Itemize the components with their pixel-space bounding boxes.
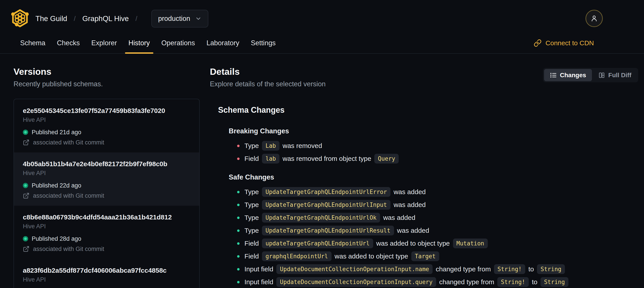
change-code-chip: UpdateTargetGraphQLEndpointUrlError (262, 187, 390, 197)
git-commit-link[interactable]: associated with Git commit (23, 139, 190, 146)
git-commit-link[interactable]: associated with Git commit (23, 246, 190, 252)
list-icon (550, 72, 557, 79)
breadcrumb-org[interactable]: The Guild (36, 15, 67, 23)
version-target: Hive API (23, 170, 190, 176)
change-text: was added to object type (376, 240, 450, 247)
change-code-chip: UpdateTargetGraphQLEndpointUrlOk (262, 213, 380, 222)
version-item[interactable]: 4b05ab51b1b4a7e2e4b0ef82172f2b9f7ef98c0b… (14, 152, 199, 206)
change-code-chip: String! (497, 277, 529, 287)
bullet-icon (237, 158, 240, 160)
published-label: Published 22d ago (32, 182, 81, 189)
version-hash: c8b6e88a06793b9c4dfd54aaa21b36a1b421d812 (23, 213, 190, 221)
change-row: TypeUpdateTargetGraphQLEndpointUrlOkwas … (229, 212, 638, 223)
change-text: was removed from object type (282, 155, 371, 162)
app-root: The Guild / GraphQL Hive / production Sc… (0, 0, 644, 288)
version-hash: e2e55045345ce13fe07f52a77459b83fa3fe7020 (23, 107, 190, 115)
change-text: was added (394, 188, 426, 196)
change-text: was added (383, 214, 415, 221)
change-code-chip: updateTargetGraphQLEndpointUrl (262, 238, 373, 248)
git-commit-label: associated with Git commit (33, 139, 104, 146)
change-text: Field (244, 252, 259, 260)
change-row: TypeUpdateTargetGraphQLEndpointUrlInputw… (229, 199, 638, 210)
details-subtitle: Explore details of the selected version (210, 80, 326, 88)
change-row: Fieldlabwas removed from object typeQuer… (229, 153, 638, 164)
published-row: Published 21d ago (23, 129, 190, 136)
change-row: TypeUpdateTargetGraphQLEndpointUrlResult… (229, 225, 638, 236)
hive-logo-icon[interactable] (11, 9, 29, 29)
change-rows: TypeUpdateTargetGraphQLEndpointUrlErrorw… (229, 187, 638, 287)
bullet-icon (237, 255, 240, 258)
change-code-chip: UpdateDocumentCollectionOperationInput.q… (276, 277, 436, 287)
version-target: Hive API (23, 117, 190, 123)
version-hash: 4b05ab51b1b4a7e2e4b0ef82172f2b9f7ef98c0b (23, 160, 190, 168)
change-code-chip: Target (411, 251, 439, 261)
change-text: was added (394, 201, 426, 209)
published-dot-icon (23, 183, 28, 188)
change-text: to (532, 278, 538, 286)
change-row: FieldgraphqlEndpointUrlwas added to obje… (229, 251, 638, 261)
change-groups: Breaking ChangesTypeLabwas removedFieldl… (218, 127, 638, 287)
target-selector-dropdown[interactable]: production (151, 10, 208, 28)
bullet-icon (237, 191, 240, 193)
external-link-icon (23, 246, 30, 252)
tab-settings[interactable]: Settings (245, 33, 282, 53)
tab-checks[interactable]: Checks (51, 33, 86, 53)
tab-laboratory[interactable]: Laboratory (201, 33, 245, 53)
change-rows: TypeLabwas removedFieldlabwas removed fr… (229, 140, 638, 164)
change-row: TypeUpdateTargetGraphQLEndpointUrlErrorw… (229, 187, 638, 197)
change-text: Type (244, 142, 259, 150)
columns-icon (598, 72, 605, 79)
full-diff-view-label: Full Diff (608, 72, 631, 79)
change-row: TypeLabwas removed (229, 140, 638, 151)
changes-view-button[interactable]: Changes (544, 69, 592, 81)
change-group-title: Breaking Changes (229, 127, 638, 135)
tab-schema[interactable]: Schema (14, 33, 51, 53)
tab-explorer[interactable]: Explorer (86, 33, 122, 53)
bullet-icon (237, 145, 240, 147)
user-menu-button[interactable] (586, 10, 603, 27)
change-text: Type (244, 188, 259, 196)
change-text: was added to object type (335, 252, 408, 260)
versions-title: Versions (14, 66, 200, 77)
full-diff-view-button[interactable]: Full Diff (592, 69, 637, 81)
person-icon (590, 15, 598, 23)
version-item[interactable]: c8b6e88a06793b9c4dfd54aaa21b36a1b421d812… (14, 206, 199, 259)
breadcrumb-project[interactable]: GraphQL Hive (82, 15, 129, 23)
tab-operations[interactable]: Operations (156, 33, 201, 53)
connect-to-cdn-link[interactable]: Connect to CDN (534, 33, 594, 53)
change-code-chip: graphqlEndpointUrl (262, 251, 332, 261)
change-text: was added (397, 227, 429, 234)
tab-history[interactable]: History (123, 33, 156, 53)
versions-panel: Versions Recently published schemas. e2e… (14, 66, 200, 288)
bullet-icon (237, 242, 240, 245)
bullet-icon (237, 281, 240, 283)
git-commit-link[interactable]: associated with Git commit (23, 192, 190, 199)
nav-tabs-bar: SchemaChecksExplorerHistoryOperationsLab… (0, 33, 644, 54)
change-text: Input field (244, 278, 273, 286)
change-row: FieldupdateTargetGraphQLEndpointUrlwas a… (229, 238, 638, 249)
published-dot-icon (23, 130, 28, 135)
version-item[interactable]: a823f6db2a55df877dcf406006abca97fcc4858c… (14, 259, 199, 288)
top-bar: The Guild / GraphQL Hive / production (0, 0, 644, 29)
change-text: to (528, 265, 534, 273)
change-text: Field (244, 155, 259, 162)
change-code-chip: Query (374, 154, 399, 164)
version-hash: a823f6db2a55df877dcf406006abca97fcc4858c (23, 266, 190, 274)
published-row: Published 28d ago (23, 235, 190, 242)
link-icon (534, 39, 542, 47)
version-item[interactable]: e2e55045345ce13fe07f52a77459b83fa3fe7020… (14, 99, 199, 152)
schema-changes-section: Schema Changes Breaking ChangesTypeLabwa… (210, 105, 638, 287)
change-code-chip: UpdateTargetGraphQLEndpointUrlInput (262, 200, 390, 210)
change-text: was removed (282, 142, 322, 150)
change-group: Safe ChangesTypeUpdateTargetGraphQLEndpo… (229, 173, 638, 287)
change-text: Type (244, 227, 259, 234)
breadcrumb-separator: / (136, 15, 137, 23)
change-text: changed type from (436, 265, 491, 273)
versions-subtitle: Recently published schemas. (14, 80, 200, 88)
details-panel: Details Explore details of the selected … (210, 66, 638, 288)
external-link-icon (23, 192, 30, 199)
published-label: Published 28d ago (32, 235, 81, 242)
versions-list: e2e55045345ce13fe07f52a77459b83fa3fe7020… (14, 99, 200, 288)
breadcrumb-separator: / (74, 15, 76, 23)
bullet-icon (237, 268, 240, 270)
